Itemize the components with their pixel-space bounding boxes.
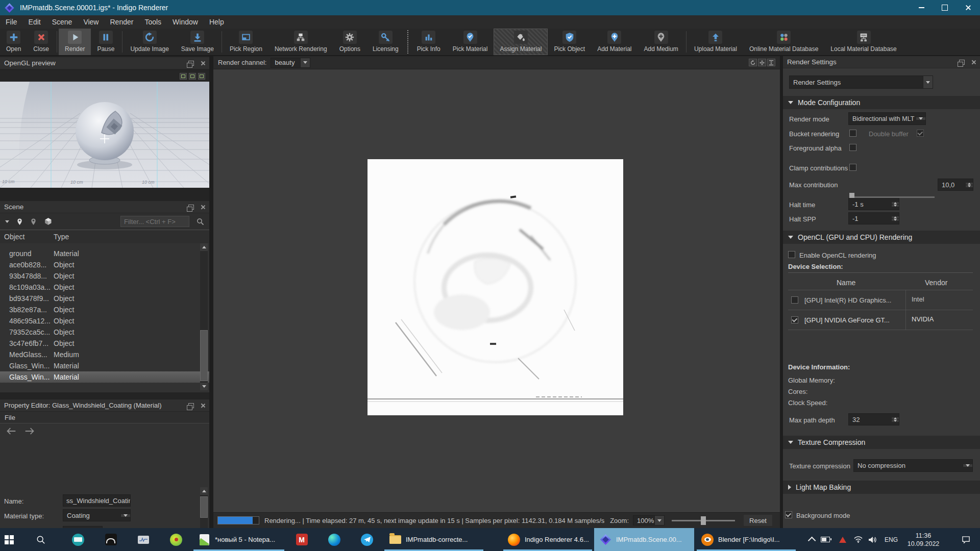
material-type-select[interactable]: Coating (63, 509, 131, 521)
device-column-name[interactable]: Name (837, 279, 855, 287)
section-light-map-baking[interactable]: Light Map Baking (783, 481, 980, 494)
tray-volume-icon[interactable] (866, 528, 880, 551)
maximize-button[interactable] (933, 0, 957, 15)
taskbar-system-monitor-button[interactable] (128, 528, 159, 551)
close-button[interactable] (957, 0, 980, 15)
scene-row[interactable]: 79352ca5c...Object (0, 327, 209, 338)
render-mode-select[interactable]: Bidirectional with MLT (848, 112, 926, 125)
scene-row[interactable]: groundMaterial (0, 248, 209, 259)
close-panel-icon[interactable] (200, 61, 205, 66)
reset-zoom-button[interactable]: Reset (743, 514, 773, 527)
scene-row[interactable]: 93b478d8...Object (0, 270, 209, 282)
taskbar-firefox-button[interactable]: Indigo Renderer 4.6... (503, 528, 593, 551)
bucket-rendering-checkbox[interactable] (849, 130, 856, 137)
scene-row[interactable]: 8c109a03a...Object (0, 282, 209, 293)
menu-edit[interactable]: Edit (23, 18, 46, 26)
menu-render[interactable]: Render (104, 18, 139, 26)
clamp-contributions-checkbox[interactable] (849, 164, 856, 171)
halt-time-stepper[interactable]: -1 s (848, 198, 899, 210)
halt-spp-stepper[interactable]: -1 (848, 212, 899, 224)
preview-display-icon-3[interactable] (198, 73, 205, 80)
property-menu-file[interactable]: File (5, 414, 15, 421)
add-medium-button[interactable]: Add Medium (638, 29, 684, 55)
pick-material-button[interactable]: Pick Material (447, 29, 494, 55)
options-button[interactable]: Options (333, 29, 366, 55)
device-column-vendor[interactable]: Vendor (925, 279, 947, 287)
device-row-nvidia[interactable]: [GPU] NVIDIA GeForce GT... NVIDIA (788, 310, 973, 330)
taskbar-search-button[interactable] (32, 528, 54, 551)
scene-row-selected[interactable]: Glass_Win...Material (0, 371, 209, 383)
section-mode-configuration[interactable]: Mode Configuration (783, 96, 980, 109)
save-image-button[interactable]: Save Image (175, 29, 220, 55)
scene-scrollbar[interactable] (200, 243, 208, 390)
taskbar-pdf-app-button[interactable]: M (286, 528, 317, 551)
menu-view[interactable]: View (78, 18, 104, 26)
pick-object-button[interactable]: Pick Object (548, 29, 591, 55)
tray-language-indicator[interactable]: ENG (882, 528, 900, 551)
scene-row[interactable]: MedGlass...Medium (0, 349, 209, 360)
taskbar-blender-button[interactable]: Blender [F:\Indigo\I... (696, 528, 796, 551)
float-panel-icon[interactable] (188, 403, 194, 408)
taskbar-folder-button[interactable]: IMPmatdb-correcte... (384, 528, 484, 551)
expand-tree-icon[interactable] (5, 220, 9, 223)
section-opencl[interactable]: OpenCL (GPU and CPU) Rendering (783, 231, 980, 244)
scrollbar-thumb[interactable] (200, 496, 208, 518)
close-panel-icon[interactable] (971, 60, 976, 65)
scene-row[interactable]: 3b82e87a...Object (0, 304, 209, 315)
tray-wifi-icon[interactable] (851, 528, 865, 551)
tray-clock[interactable]: 11:36 10.09.2022 (900, 528, 946, 551)
fit-vertical-icon[interactable] (767, 59, 775, 66)
tray-gpu-icon[interactable] (836, 528, 849, 551)
background-mode-checkbox[interactable] (785, 511, 792, 518)
scroll-down-icon[interactable] (200, 383, 208, 390)
refresh-view-icon[interactable] (749, 59, 757, 66)
add-material-button[interactable]: Add Material (591, 29, 638, 55)
zoom-level-select[interactable]: 100% (633, 515, 665, 525)
start-button[interactable] (0, 528, 24, 551)
float-panel-icon[interactable] (188, 61, 194, 66)
settings-preset-select[interactable]: Render Settings (789, 76, 933, 89)
upload-material-button[interactable]: Upload Material (688, 29, 743, 55)
scroll-up-icon[interactable] (200, 243, 208, 251)
pick-region-button[interactable]: Pick Region (224, 29, 268, 55)
taskbar-chameleon-app-button[interactable] (160, 528, 192, 551)
scene-row[interactable]: bd93478f9...Object (0, 293, 209, 304)
render-button[interactable]: Render (59, 29, 91, 55)
scene-filter-input[interactable] (120, 216, 189, 227)
minimize-button[interactable] (910, 0, 933, 15)
menu-file[interactable]: File (0, 18, 23, 26)
pick-info-button[interactable]: Pick Info (411, 29, 447, 55)
pin-gray-icon[interactable] (30, 217, 37, 226)
preview-display-icon-1[interactable] (180, 73, 187, 80)
open-button[interactable]: Open (0, 29, 27, 55)
menu-window[interactable]: Window (167, 18, 204, 26)
float-panel-icon[interactable] (959, 60, 965, 65)
cube-icon[interactable] (44, 217, 53, 226)
search-icon[interactable] (197, 218, 204, 226)
scroll-up-icon[interactable] (200, 487, 208, 495)
render-channel-select[interactable]: beauty (271, 58, 310, 68)
stepper-down-icon[interactable] (891, 419, 899, 422)
close-panel-icon[interactable] (200, 403, 205, 408)
taskbar-indigo-button[interactable]: IMPmatdb.Scene.00... (594, 528, 694, 551)
stepper-down-icon[interactable] (891, 204, 899, 207)
stepper-down-icon[interactable] (891, 218, 899, 221)
device-row-intel[interactable]: [GPU] Intel(R) HD Graphics... Intel (788, 290, 973, 310)
assign-material-button[interactable]: Assign Material (494, 29, 548, 55)
menu-scene[interactable]: Scene (46, 18, 78, 26)
taskbar-audio-app-button[interactable] (95, 528, 127, 551)
texture-compression-select[interactable]: No compression (853, 459, 973, 472)
menu-tools[interactable]: Tools (139, 18, 167, 26)
pause-button[interactable]: Pause (91, 29, 120, 55)
scrollbar-thumb[interactable] (200, 330, 208, 381)
scene-column-type[interactable]: Type (54, 233, 69, 241)
property-scrollbar[interactable] (200, 487, 208, 528)
foreground-alpha-checkbox[interactable] (849, 144, 856, 151)
local-material-database-button[interactable]: Local Material Database (824, 29, 902, 55)
scene-row[interactable]: Glass_Win...Material (0, 360, 209, 371)
back-arrow-icon[interactable] (6, 428, 16, 435)
device-checkbox[interactable] (791, 316, 798, 323)
licensing-button[interactable]: Licensing (366, 29, 405, 55)
scene-row[interactable]: ace0b828...Object (0, 259, 209, 270)
close-panel-icon[interactable] (200, 205, 205, 210)
